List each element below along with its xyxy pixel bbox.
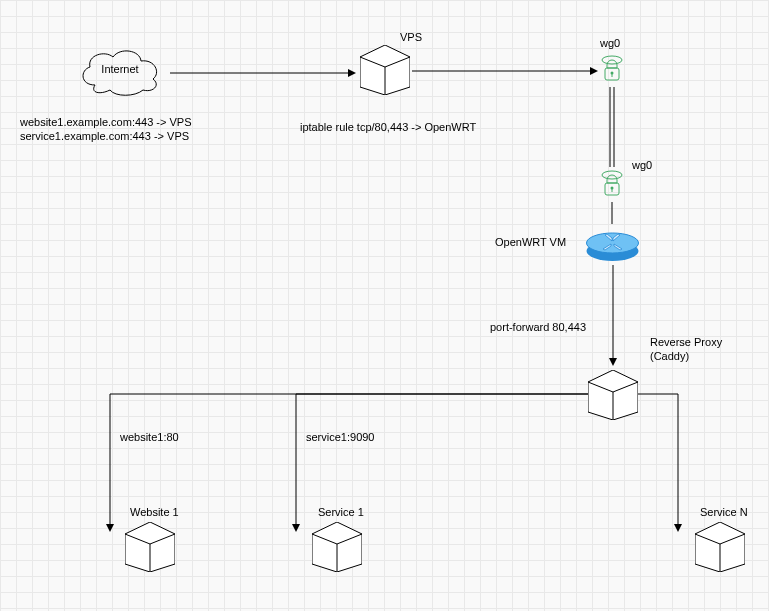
reverse-proxy-line1: Reverse Proxy [650,335,722,349]
svg-point-18 [587,233,639,253]
port-forward-label: port-forward 80,443 [490,320,586,334]
dns-entry-1: website1.example.com:443 -> VPS [20,115,192,129]
reverse-proxy-node [588,370,638,420]
reverse-proxy-line2: (Caddy) [650,349,722,363]
reverse-proxy-label: Reverse Proxy (Caddy) [650,335,722,364]
edge-service1-label: service1:9090 [306,430,375,444]
serviceN-node [695,522,745,572]
openwrt-router-icon [585,225,640,263]
arrow-vps-wg0 [412,66,597,76]
vps-title: VPS [400,30,422,44]
arrow-internet-vps [170,68,355,78]
line-wg0-router [610,202,614,224]
service1-title: Service 1 [318,505,364,519]
dns-entries: website1.example.com:443 -> VPS service1… [20,115,192,144]
iptables-rule: iptable rule tcp/80,443 -> OpenWRT [300,120,476,134]
service1-node [312,522,362,572]
svg-marker-24 [609,358,617,366]
arrow-router-proxy [608,265,618,365]
svg-marker-29 [674,524,682,532]
edge-website1-label: website1:80 [120,430,179,444]
wg0-top-label: wg0 [600,36,620,50]
wg0-bottom-label: wg0 [632,158,652,172]
dns-entry-2: service1.example.com:443 -> VPS [20,129,192,143]
serviceN-title: Service N [700,505,748,519]
openwrt-label: OpenWRT VM [495,235,566,249]
wg0-top-icon [600,55,624,85]
vps-node [360,45,410,95]
wg0-bottom-icon [600,170,624,200]
svg-marker-27 [106,524,114,532]
internet-label: Internet [75,63,165,75]
svg-marker-5 [590,67,598,75]
arrow-proxy-serviceN [638,394,688,534]
website1-title: Website 1 [130,505,179,519]
website1-node [125,522,175,572]
svg-marker-1 [348,69,356,77]
internet-cloud: Internet [75,45,165,97]
tunnel-line [607,87,619,167]
